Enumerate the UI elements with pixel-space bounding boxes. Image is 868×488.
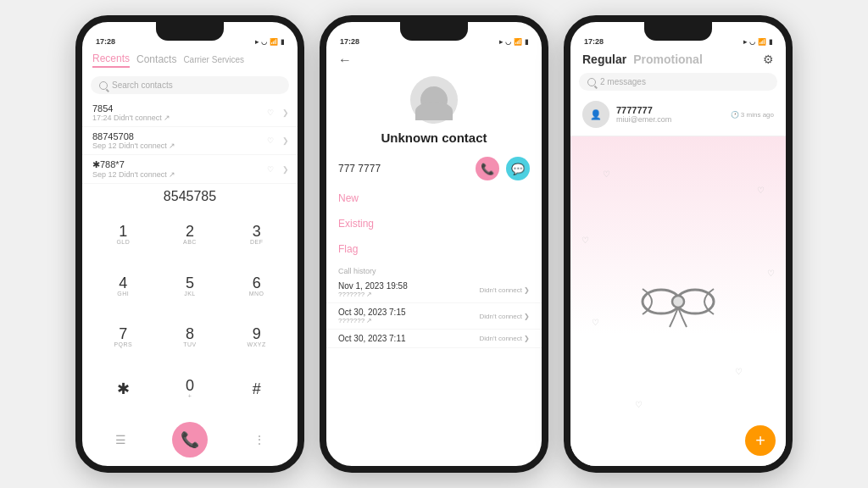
recent-list: 7854 17:24 Didn't connect ↗ ♡ ❯ 88745708…	[82, 99, 298, 184]
status-bar-1: 17:28 ▸ ◡ 📶 ▮	[82, 32, 298, 47]
tab-bar-1: Recents Contacts Carrier Services	[82, 47, 298, 73]
dial-num-1: 1	[119, 224, 127, 239]
heart-scatter-5: ♡	[735, 367, 743, 376]
dial-num-hash: #	[253, 381, 261, 396]
dial-key-9[interactable]: 9WXYZ	[224, 313, 289, 363]
history-item-1[interactable]: Nov 1, 2023 19:58 ??????? ↗ Didn't conne…	[326, 277, 542, 303]
dial-num-7: 7	[119, 326, 127, 341]
tab-regular[interactable]: Regular	[582, 53, 626, 66]
message-action-button[interactable]: 💬	[506, 157, 530, 180]
compose-fab-button[interactable]: +	[745, 425, 776, 456]
search-icon-1	[99, 81, 108, 90]
clock-icon-1: 🕐	[731, 111, 739, 119]
dial-key-5[interactable]: 5JKL	[158, 261, 223, 311]
dial-key-1[interactable]: 1GLD	[91, 209, 156, 259]
tab-carrier[interactable]: Carrier Services	[183, 53, 244, 66]
recent-detail-1: 17:24 Didn't connect ↗	[92, 114, 287, 122]
messages-background: ♡ ♡ ♡ ♡ ♡ ♡ ♡ +	[570, 136, 786, 466]
settings-icon[interactable]: ⚙	[763, 53, 774, 66]
dial-key-hash[interactable]: #	[224, 363, 289, 413]
avatar-person-icon	[420, 86, 448, 114]
menu-icon[interactable]: ☰	[112, 431, 129, 448]
search-placeholder-1: Search contacts	[112, 80, 173, 90]
message-item-1[interactable]: 👤 7777777 miui@emer.com 🕐 3 mins ago	[570, 96, 786, 133]
messages-search-bar[interactable]: 2 messages	[579, 73, 777, 91]
battery-icon-3: ▮	[769, 38, 772, 46]
history-item-3[interactable]: Oct 30, 2023 7:11 Didn't connect ❯	[326, 330, 542, 348]
dial-num-0: 0	[186, 378, 194, 393]
dial-num-8: 8	[186, 326, 194, 341]
dial-key-4[interactable]: 4GHI	[91, 261, 156, 311]
history-info-1: Nov 1, 2023 19:58 ??????? ↗	[338, 281, 408, 298]
history-sub-1: ??????? ↗	[338, 291, 408, 298]
dial-letters-9: WXYZ	[248, 341, 266, 347]
dial-letters-0: +	[188, 393, 192, 399]
dial-key-3[interactable]: 3DEF	[224, 209, 289, 259]
chevron-right-2: ❯	[282, 136, 289, 145]
dial-num-6: 6	[253, 275, 261, 291]
phone-messages: 17:28 ▸ ◡ 📶 ▮ Regular Promotional ⚙ 2 me…	[564, 15, 793, 473]
time-3: 17:28	[584, 37, 604, 46]
dial-key-6[interactable]: 6MNO	[224, 261, 289, 311]
dial-num-star: ✱	[117, 381, 130, 396]
tab-contacts[interactable]: Contacts	[136, 52, 176, 67]
status-icons-3: ▸ ◡ 📶 ▮	[743, 38, 772, 46]
status-bar-2: 17:28 ▸ ◡ 📶 ▮	[326, 32, 542, 47]
dial-num-2: 2	[186, 224, 194, 239]
history-info-3: Oct 30, 2023 7:11	[338, 334, 406, 343]
back-button[interactable]: ←	[326, 47, 542, 73]
recent-item-1[interactable]: 7854 17:24 Didn't connect ↗ ♡ ❯	[82, 99, 298, 127]
call-action-button[interactable]: 📞	[476, 157, 499, 180]
recent-detail-3: Sep 12 Didn't connect ↗	[92, 170, 287, 179]
battery-icon: ▮	[281, 38, 284, 46]
dial-num-5: 5	[186, 275, 194, 291]
history-info-2: Oct 30, 2023 7:15 ??????? ↗	[338, 308, 406, 324]
dial-letters-2: ABC	[183, 239, 197, 245]
heart-scatter-7: ♡	[767, 269, 775, 278]
status-icons-2: ▸ ◡ 📶 ▮	[499, 38, 528, 46]
dial-letters-6: MNO	[249, 291, 264, 297]
dialer-input[interactable]: 8545785	[82, 184, 298, 206]
heart-scatter-4: ♡	[592, 318, 599, 327]
dial-key-0[interactable]: 0+	[158, 363, 223, 413]
dial-key-7[interactable]: 7PQRS	[91, 313, 156, 363]
signal-icon-3: ◡	[749, 38, 755, 46]
messages-header: Regular Promotional ⚙	[570, 47, 786, 69]
dialpad-icon[interactable]: ⋮	[251, 431, 268, 448]
message-tab-bar: Regular Promotional	[582, 53, 703, 66]
menu-item-flag[interactable]: Flag	[326, 236, 542, 262]
tab-recents[interactable]: Recents	[92, 51, 130, 68]
recent-item-3[interactable]: ✱788*7 Sep 12 Didn't connect ↗ ♡ ❯	[82, 155, 298, 184]
dial-key-star[interactable]: ✱	[91, 363, 156, 413]
dial-letters-4: GHI	[117, 291, 129, 297]
dial-key-8[interactable]: 8TUV	[158, 313, 223, 363]
search-bar-1[interactable]: Search contacts	[91, 76, 289, 94]
msg-sender-1: 7777777	[616, 105, 724, 115]
heart-scatter-1: ♡	[603, 169, 610, 179]
menu-item-new[interactable]: New	[326, 186, 542, 211]
history-date-1: Nov 1, 2023 19:58	[338, 281, 408, 291]
recent-item-2[interactable]: 88745708 Sep 12 Didn't connect ↗ ♡ ❯	[82, 127, 298, 155]
bluetooth-icon-3: ▸	[743, 38, 747, 46]
status-bar-3: 17:28 ▸ ◡ 📶 ▮	[570, 32, 786, 47]
tab-promotional[interactable]: Promotional	[633, 53, 703, 66]
contact-content: ← Unknown contact 777 7777 📞 💬 New Exist…	[326, 47, 542, 466]
bow-decoration	[640, 272, 716, 331]
history-item-2[interactable]: Oct 30, 2023 7:15 ??????? ↗ Didn't conne…	[326, 303, 542, 330]
dial-letters-7: PQRS	[114, 341, 132, 347]
recent-number-3: ✱788*7	[92, 159, 287, 170]
heart-scatter-3: ♡	[757, 186, 765, 195]
call-button[interactable]: 📞	[172, 422, 208, 458]
menu-item-existing[interactable]: Existing	[326, 211, 542, 236]
history-date-3: Oct 30, 2023 7:11	[338, 334, 406, 343]
bluetooth-icon-2: ▸	[499, 38, 503, 46]
svg-point-2	[672, 296, 684, 308]
dial-bottom-bar: ☰ 📞 ⋮	[82, 417, 298, 466]
time-1: 17:28	[96, 37, 115, 46]
phone-contact: 17:28 ▸ ◡ 📶 ▮ ← Unknown contact 777 7777…	[320, 15, 548, 473]
msg-search-placeholder: 2 messages	[600, 77, 646, 86]
history-status-2: Didn't connect ❯	[480, 313, 530, 320]
dial-letters-3: DEF	[250, 239, 264, 245]
dial-letters-5: JKL	[184, 291, 196, 297]
dial-key-2[interactable]: 2ABC	[158, 209, 223, 259]
